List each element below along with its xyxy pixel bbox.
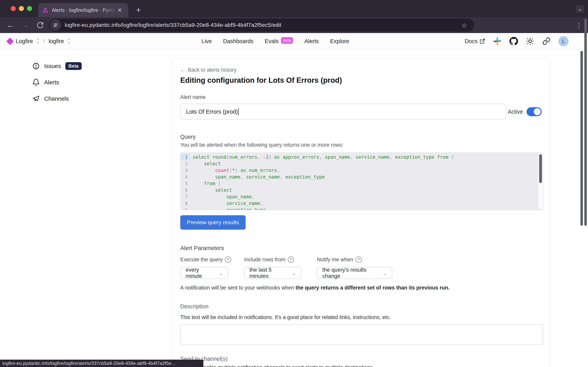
channels-heading: Send to channel(s): [180, 356, 542, 362]
header-actions: Docs L: [465, 33, 569, 49]
back-to-alerts-link[interactable]: ← Back to alerts history: [180, 67, 542, 73]
nav-evals[interactable]: Evalsbeta: [265, 38, 293, 44]
sidebar-item-channels[interactable]: Channels: [32, 95, 114, 103]
description-heading: Description: [180, 303, 542, 310]
window-controls[interactable]: [11, 6, 32, 11]
browser-toolbar: ← → logfire-eu.pydantic.info/logfire/log…: [0, 17, 588, 33]
sidebar-item-label: Alerts: [44, 79, 59, 86]
help-icon[interactable]: ?: [355, 257, 362, 263]
code-line: 1select round(num_errors, -2) as approx_…: [180, 154, 543, 160]
notify-me-select[interactable]: the query's results change⌄: [317, 267, 392, 279]
description-textarea[interactable]: [180, 324, 543, 344]
project-name[interactable]: logfire: [49, 38, 64, 44]
org-name[interactable]: Logfire: [16, 38, 33, 44]
code-line: 5 from (: [180, 180, 543, 187]
org-switch-chevrons-icon[interactable]: ⌃⌄: [37, 39, 39, 43]
include-rows-label: Include rows from ?: [244, 257, 317, 263]
issues-beta-badge: Beta: [65, 62, 82, 70]
code-line: 8 service_name,: [180, 200, 543, 207]
sql-code[interactable]: 1select round(num_errors, -2) as approx_…: [180, 152, 543, 210]
slack-icon[interactable]: [493, 37, 502, 45]
tab-title: Alerts · logfire/logfire · Pydant: [52, 7, 116, 13]
site-settings-icon[interactable]: [50, 19, 61, 31]
nav-alerts[interactable]: Alerts: [304, 38, 319, 44]
sidebar-item-label: Issues: [44, 63, 61, 69]
description-helper: This text will be included in notificati…: [180, 314, 542, 320]
evals-beta-badge: beta: [281, 37, 293, 44]
browser-tab[interactable]: Alerts · logfire/logfire · Pydant ✕: [38, 3, 128, 17]
alert-parameters-heading: Alert Parameters: [180, 245, 542, 251]
alert-name-input[interactable]: Lots Of Errors (prod): [180, 104, 506, 120]
logfire-favicon-icon: [42, 7, 49, 13]
code-scrollbar-thumb[interactable]: [539, 154, 542, 183]
nav-explore[interactable]: Explore: [330, 38, 349, 44]
github-icon[interactable]: [510, 37, 518, 45]
active-label: Active: [508, 108, 523, 115]
alert-name-label: Alert name: [180, 94, 542, 100]
megaphone-icon: [32, 95, 40, 103]
text-cursor: [238, 108, 239, 115]
external-link-icon: [479, 38, 485, 44]
code-line: 4 span_name, service_name, exception_typ…: [180, 174, 543, 180]
chevron-down-icon: ⌄: [292, 271, 296, 276]
docs-link[interactable]: Docs: [465, 38, 485, 44]
org-project-switcher[interactable]: Logfire ⌃⌄ / logfire ⌃⌄: [7, 33, 70, 49]
sidebar-item-alerts[interactable]: Alerts: [32, 78, 114, 86]
nav-live[interactable]: Live: [201, 38, 212, 44]
tab-search-icon[interactable]: ⌄: [576, 5, 584, 13]
notification-note: A notification will be sent to your webh…: [180, 285, 542, 291]
chevron-down-icon: ⌄: [219, 271, 223, 276]
back-icon[interactable]: ←: [7, 21, 14, 30]
edit-alert-card: ← Back to alerts history Editing configu…: [172, 58, 550, 367]
link-status-bar: logfire-eu.pydantic.info/logfire/logfire…: [0, 360, 203, 367]
help-icon[interactable]: ?: [225, 257, 231, 263]
code-line: 6 select: [180, 187, 543, 193]
active-toggle[interactable]: [527, 107, 542, 116]
window-close-button[interactable]: [11, 6, 16, 11]
breadcrumb-separator: /: [43, 38, 45, 44]
query-subtitle: You will be alerted when the following q…: [180, 142, 542, 148]
url-text[interactable]: logfire-eu.pydantic.info/logfire/logfire…: [65, 22, 281, 28]
issues-badge-icon: [32, 62, 40, 70]
execute-query-select[interactable]: every minute⌄: [180, 267, 228, 279]
sidebar-item-issues[interactable]: Issues Beta: [32, 62, 114, 70]
content-scrollbar-thumb[interactable]: [580, 51, 583, 226]
sidebar: Issues Beta Alerts Channels: [32, 62, 114, 111]
theme-toggle-sun-icon[interactable]: [526, 37, 534, 45]
logfire-logo-icon: [6, 37, 14, 45]
notify-me-label: Notify me when ?: [317, 257, 406, 263]
channels-helper: You can enable multiple notification cha…: [180, 365, 542, 367]
sidebar-item-label: Channels: [44, 95, 69, 102]
code-line: 7 span_name,: [180, 193, 543, 200]
app-header: Logfire ⌃⌄ / logfire ⌃⌄ Live Dashboards …: [0, 33, 588, 50]
window-minimize-button[interactable]: [19, 6, 24, 11]
browser-tab-strip: Alerts · logfire/logfire · Pydant ✕ + ⌄: [0, 0, 588, 17]
chevron-down-icon: ⌄: [383, 271, 387, 276]
back-arrow-icon: ←: [180, 67, 186, 73]
nav-dashboards[interactable]: Dashboards: [223, 38, 253, 44]
tab-title-fade: [102, 7, 116, 13]
window-zoom-button[interactable]: [27, 6, 32, 11]
tab-close-icon[interactable]: ✕: [118, 7, 122, 13]
project-switch-chevrons-icon[interactable]: ⌃⌄: [68, 39, 70, 43]
reload-icon[interactable]: [36, 21, 44, 29]
bell-icon: [32, 78, 40, 86]
help-icon[interactable]: ?: [288, 257, 294, 263]
forward-icon[interactable]: →: [21, 21, 29, 30]
user-avatar[interactable]: L: [558, 36, 569, 46]
bookmark-star-icon[interactable]: ☆: [461, 21, 467, 29]
query-heading: Query: [180, 134, 542, 140]
preview-query-button[interactable]: Preview query results: [180, 215, 246, 230]
window-scrollbar-thumb[interactable]: [584, 19, 587, 226]
execute-query-label: Execute the query ?: [180, 257, 244, 263]
code-line: 3 count(*) as num_errors,: [180, 167, 543, 174]
code-line: 2 select: [180, 160, 543, 167]
address-bar[interactable]: logfire-eu.pydantic.info/logfire/logfire…: [49, 19, 474, 32]
browser-menu-icon[interactable]: ⋮: [576, 21, 582, 29]
share-link-icon[interactable]: [542, 37, 551, 45]
include-rows-select[interactable]: the last 5 minutes⌄: [244, 267, 301, 279]
new-tab-button[interactable]: +: [136, 4, 141, 16]
page-title: Editing configuration for Lots Of Errors…: [180, 76, 542, 84]
main-nav: Live Dashboards Evalsbeta Alerts Explore: [201, 33, 349, 49]
code-line: 9 exception_type: [180, 207, 543, 210]
